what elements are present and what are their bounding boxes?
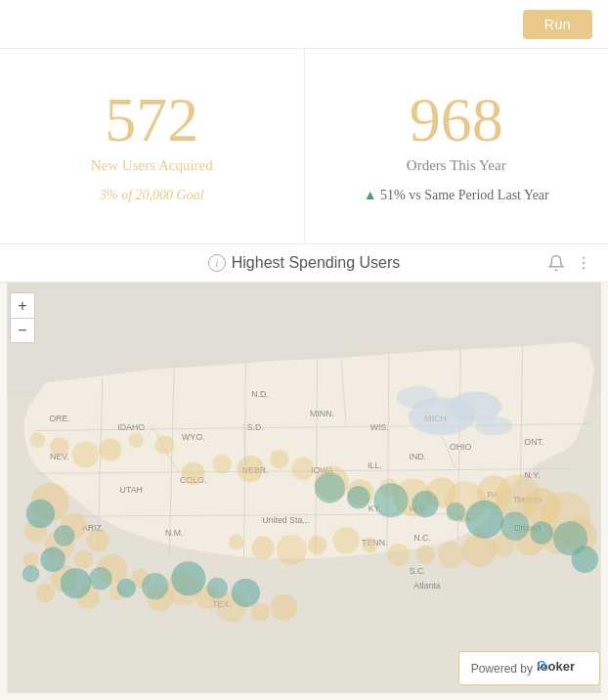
trend-up-icon: ▲ [364, 188, 377, 202]
svg-point-128 [465, 501, 503, 539]
svg-point-3 [583, 262, 585, 264]
svg-point-99 [387, 544, 410, 566]
map-section: i Highest Spending Users [0, 244, 608, 700]
svg-point-114 [40, 547, 65, 572]
more-vert-icon [575, 254, 592, 272]
map-title: i Highest Spending Users [208, 254, 401, 272]
svg-point-108 [99, 438, 121, 460]
svg-point-102 [308, 536, 327, 555]
svg-point-96 [462, 533, 497, 567]
svg-point-64 [86, 529, 109, 551]
svg-text:IDAHO: IDAHO [117, 422, 145, 432]
svg-point-101 [332, 527, 359, 553]
kpi-label-users: New Users Acquired [91, 157, 213, 174]
svg-point-125 [373, 483, 408, 517]
svg-text:United Sta...: United Sta... [262, 515, 309, 525]
svg-point-2 [583, 257, 585, 259]
bell-icon [547, 254, 565, 272]
svg-point-129 [500, 511, 529, 540]
svg-point-67 [36, 584, 56, 603]
svg-point-118 [117, 579, 137, 598]
svg-text:WYO.: WYO. [182, 432, 204, 442]
svg-text:MINN.: MINN. [310, 409, 334, 418]
svg-point-111 [30, 432, 46, 448]
svg-point-112 [26, 500, 55, 528]
svg-text:OHIO: OHIO [450, 442, 472, 452]
kpi-row: 572 New Users Acquired 3% of 20,000 Goal… [0, 49, 608, 244]
svg-point-126 [412, 491, 438, 517]
kpi-number-orders: 968 [410, 89, 503, 152]
svg-point-4 [583, 267, 585, 269]
svg-text:ILL.: ILL. [368, 460, 382, 470]
svg-point-81 [291, 458, 314, 480]
zoom-in-button[interactable]: + [10, 292, 35, 318]
svg-point-103 [277, 535, 307, 565]
svg-text:N.C.: N.C. [413, 533, 431, 543]
svg-point-109 [72, 441, 99, 467]
svg-point-106 [155, 435, 175, 455]
looker-logo-svg: looker [537, 658, 587, 676]
svg-point-98 [415, 546, 435, 565]
svg-point-80 [270, 450, 289, 469]
svg-text:S.C.: S.C. [410, 566, 426, 576]
svg-point-107 [128, 432, 144, 448]
svg-point-110 [50, 437, 69, 457]
svg-point-62 [74, 549, 94, 569]
svg-point-124 [347, 486, 369, 508]
svg-point-119 [142, 573, 168, 599]
svg-point-75 [250, 602, 270, 622]
svg-point-104 [251, 537, 274, 559]
kpi-label-orders: Orders This Year [407, 157, 506, 174]
svg-point-116 [61, 568, 91, 598]
svg-point-97 [438, 542, 464, 568]
svg-text:ORE.: ORE. [49, 414, 69, 423]
svg-text:N.M.: N.M. [165, 528, 184, 538]
svg-text:ONT.: ONT. [524, 437, 543, 447]
map-canvas[interactable]: + − [0, 283, 608, 693]
looker-brand: looker [537, 658, 587, 678]
map-controls: + − [10, 292, 35, 343]
svg-text:Atlanta: Atlanta [413, 581, 440, 591]
svg-point-115 [22, 565, 40, 583]
map-actions [547, 254, 592, 272]
more-options-button[interactable] [575, 254, 592, 272]
svg-point-63 [23, 551, 39, 567]
svg-point-122 [232, 579, 260, 607]
svg-point-57 [475, 416, 513, 436]
svg-point-120 [171, 561, 205, 595]
kpi-card-users: 572 New Users Acquired 3% of 20,000 Goal [0, 49, 305, 243]
svg-point-100 [363, 538, 378, 553]
svg-point-113 [54, 525, 74, 546]
us-map-svg: ORE. NEV. IDAHO UTAH COLO. WYO. S.D. N.D… [0, 283, 608, 693]
kpi-sublabel-users: 3% of 20,000 Goal [100, 188, 204, 203]
svg-text:UTAH: UTAH [120, 485, 143, 495]
kpi-trend-orders: ▲ 51% vs Same Period Last Year [364, 188, 549, 203]
svg-point-78 [212, 455, 232, 474]
kpi-trend-value: 51% vs Same Period Last Year [380, 188, 549, 202]
alert-button[interactable] [547, 254, 565, 272]
kpi-card-orders: 968 Orders This Year ▲ 51% vs Same Perio… [305, 49, 609, 243]
svg-point-130 [530, 521, 552, 544]
run-button[interactable]: Run [523, 10, 592, 39]
svg-text:IND.: IND. [409, 452, 426, 461]
svg-point-79 [238, 456, 264, 482]
info-icon: i [208, 254, 226, 272]
svg-text:WIS.: WIS. [370, 422, 389, 432]
svg-text:S.D.: S.D. [247, 422, 264, 432]
svg-point-121 [206, 578, 227, 598]
svg-point-132 [571, 547, 597, 573]
svg-point-127 [447, 503, 466, 522]
zoom-out-button[interactable]: − [10, 318, 35, 343]
powered-by-text: Powered by [471, 662, 533, 676]
svg-point-77 [182, 462, 204, 485]
svg-text:N.D.: N.D. [251, 389, 269, 399]
svg-point-123 [315, 472, 345, 503]
header-bar: Run [0, 0, 608, 49]
powered-by-footer: Powered by looker [458, 651, 600, 685]
map-header: i Highest Spending Users [0, 244, 608, 283]
map-title-text: Highest Spending Users [232, 254, 401, 272]
kpi-number-users: 572 [105, 89, 198, 152]
svg-point-76 [271, 593, 297, 620]
svg-point-56 [397, 385, 439, 408]
svg-point-117 [89, 567, 111, 590]
